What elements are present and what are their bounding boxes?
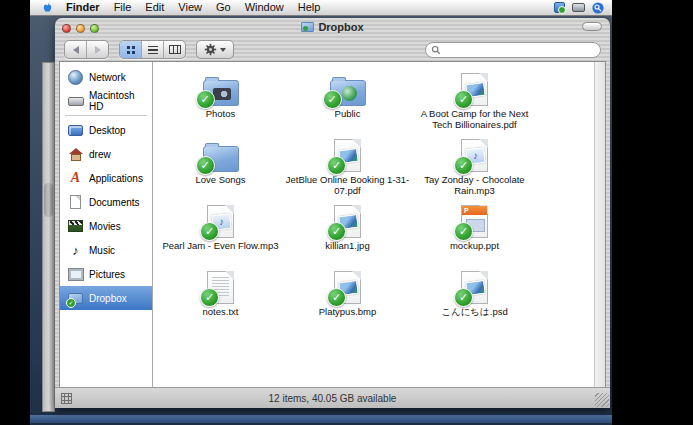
toolbar-toggle-button[interactable] xyxy=(582,22,602,31)
sidebar-item-desktop[interactable]: Desktop xyxy=(60,118,152,142)
dropbox-status-icon[interactable] xyxy=(554,2,565,13)
search-field[interactable] xyxy=(425,42,601,58)
resize-grip[interactable] xyxy=(595,393,609,407)
home-icon xyxy=(67,146,84,163)
action-menu-button[interactable] xyxy=(196,40,234,59)
column-view-button[interactable] xyxy=(163,41,185,58)
file-item[interactable]: ♪✓Pearl Jam - Even Flow.mp3 xyxy=(157,202,284,268)
icon-view-icon xyxy=(127,46,130,49)
sidebar-item-label: Network xyxy=(89,72,126,83)
background-scrollbar-thumb xyxy=(44,183,53,217)
menu-item-view[interactable]: View xyxy=(171,1,209,13)
file-item[interactable]: ✓こんにちは.psd xyxy=(411,268,538,334)
sidebar-item-label: Movies xyxy=(89,221,121,232)
title-bar[interactable]: Dropbox xyxy=(55,18,610,36)
doc-mp3-icon: ♪✓ xyxy=(207,202,234,238)
menu-bar: FinderFileEditViewGoWindowHelp xyxy=(30,0,612,16)
menu-item-help[interactable]: Help xyxy=(291,1,328,13)
search-icon xyxy=(431,45,441,55)
sidebar-item-pictures[interactable]: Pictures xyxy=(60,262,152,286)
desktop-bottom-strip xyxy=(30,415,612,423)
sidebar-item-home[interactable]: drew xyxy=(60,142,152,166)
doc-pdf-icon: ✓ xyxy=(461,70,488,106)
sidebar-item-dropbox[interactable]: Dropbox xyxy=(60,286,152,310)
file-item[interactable]: ✓JetBlue Online Booking 1-31-07.pdf xyxy=(284,136,411,202)
synced-badge-icon: ✓ xyxy=(196,156,215,175)
menu-item-window[interactable]: Window xyxy=(238,1,291,13)
sidebar-item-network[interactable]: Network xyxy=(60,65,152,89)
file-label: mockup.ppt xyxy=(450,240,499,251)
menu-item-edit[interactable]: Edit xyxy=(138,1,171,13)
menu-item-go[interactable]: Go xyxy=(209,1,238,13)
file-label: JetBlue Online Booking 1-31-07.pdf xyxy=(286,174,410,196)
menu-items: FinderFileEditViewGoWindowHelp xyxy=(59,0,327,15)
window-title-text: Dropbox xyxy=(318,21,363,33)
gear-icon xyxy=(204,43,217,56)
folder-public-icon: ✓ xyxy=(330,70,366,106)
synced-badge-icon: ✓ xyxy=(327,156,346,175)
menu-item-finder[interactable]: Finder xyxy=(59,1,107,13)
movies-icon xyxy=(67,218,84,235)
sidebar-item-label: Music xyxy=(89,245,115,256)
file-label: A Boot Camp for the Next Tech Billionair… xyxy=(413,108,537,130)
sidebar-item-hard-drive[interactable]: Macintosh HD xyxy=(60,89,152,113)
file-item[interactable]: ✓Public xyxy=(284,70,411,136)
synced-badge-icon: ✓ xyxy=(323,90,342,109)
displays-icon[interactable] xyxy=(572,3,585,12)
spotlight-icon[interactable] xyxy=(592,2,604,14)
list-view-button[interactable] xyxy=(141,41,163,58)
file-label: Love Songs xyxy=(195,174,245,185)
sidebar-item-movies[interactable]: Movies xyxy=(60,214,152,238)
apple-menu[interactable] xyxy=(36,2,59,14)
doc-image-icon: ✓ xyxy=(334,268,361,304)
sidebar-item-documents[interactable]: Documents xyxy=(60,190,152,214)
file-item[interactable]: ✓Photos xyxy=(157,70,284,136)
synced-badge-icon: ✓ xyxy=(454,288,473,307)
screen: FinderFileEditViewGoWindowHelp xyxy=(0,0,693,425)
doc-txt-icon: ✓ xyxy=(207,268,234,304)
vertical-scrollbar[interactable] xyxy=(594,62,605,387)
doc-pdf-icon: ✓ xyxy=(334,136,361,172)
apple-logo-icon xyxy=(42,2,53,14)
list-view-icon xyxy=(148,46,158,54)
file-label: Platypus.bmp xyxy=(319,306,377,317)
synced-badge-icon: ✓ xyxy=(200,288,219,307)
file-item[interactable]: ♪✓Tay Zonday - Chocolate Rain.mp3 xyxy=(411,136,538,202)
window-title: Dropbox xyxy=(55,21,610,33)
sidebar-item-label: Macintosh HD xyxy=(89,90,150,112)
background-window-scrollbar xyxy=(42,62,55,412)
synced-badge-icon: ✓ xyxy=(196,90,215,109)
search-input[interactable] xyxy=(444,44,595,56)
synced-badge-icon: ✓ xyxy=(327,288,346,307)
forward-button[interactable] xyxy=(86,41,108,58)
file-view[interactable]: ✓Photos✓Public✓A Boot Camp for the Next … xyxy=(153,62,605,387)
desktop: FinderFileEditViewGoWindowHelp xyxy=(30,0,612,425)
folder-photos-icon: ✓ xyxy=(203,70,239,106)
music-icon: ♪ xyxy=(67,242,84,259)
zoom-button[interactable] xyxy=(90,24,99,33)
window-controls xyxy=(62,24,99,33)
file-item[interactable]: ✓Platypus.bmp xyxy=(284,268,411,334)
file-item[interactable]: P✓mockup.ppt xyxy=(411,202,538,268)
menu-item-file[interactable]: File xyxy=(107,1,139,13)
file-item[interactable]: ✓killian1.jpg xyxy=(284,202,411,268)
file-item[interactable]: ✓Love Songs xyxy=(157,136,284,202)
sidebar-item-music[interactable]: ♪Music xyxy=(60,238,152,262)
icon-view-button[interactable] xyxy=(120,41,141,58)
proxy-folder-icon[interactable] xyxy=(301,22,314,32)
file-item[interactable]: ✓notes.txt xyxy=(157,268,284,334)
file-label: Public xyxy=(335,108,361,119)
back-button[interactable] xyxy=(65,41,86,58)
file-grid: ✓Photos✓Public✓A Boot Camp for the Next … xyxy=(153,62,605,334)
file-item[interactable]: ✓A Boot Camp for the Next Tech Billionai… xyxy=(411,70,538,136)
pictures-icon xyxy=(67,266,84,283)
column-view-icon xyxy=(169,45,181,54)
minimize-button[interactable] xyxy=(76,24,85,33)
sidebar-item-label: Dropbox xyxy=(89,293,127,304)
sidebar-item-label: Documents xyxy=(89,197,140,208)
sidebar-item-applications[interactable]: AApplications xyxy=(60,166,152,190)
grid-icon xyxy=(61,393,72,404)
doc-mp3-icon: ♪✓ xyxy=(461,136,488,172)
close-button[interactable] xyxy=(62,24,71,33)
file-label: こんにちは.psd xyxy=(441,306,508,317)
